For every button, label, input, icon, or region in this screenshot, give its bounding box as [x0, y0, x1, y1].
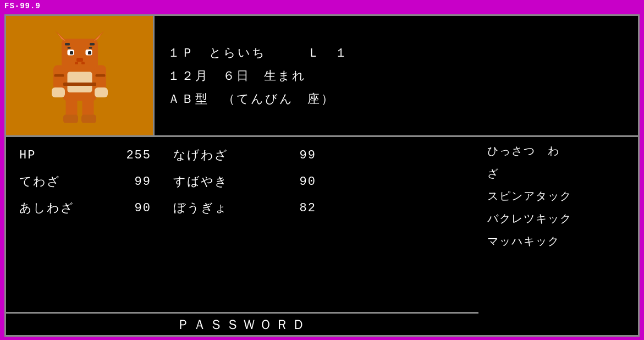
game-container: １Ｐ とらいち Ｌ １ １２月 ６日 生まれ ＡＢ型 （てんびん 座） HP 2… — [4, 14, 640, 337]
svg-rect-8 — [67, 47, 70, 48]
bottom-section: HP 255 なげわざ 99 てわざ 99 すばやき 90 あしわざ — [6, 137, 638, 335]
skills-panel: ひっさつ わ ざ スピンアタック バクレツキック マッハキック — [478, 137, 638, 335]
stats-content: HP 255 なげわざ 99 てわざ 99 すばやき 90 あしわざ — [6, 137, 478, 312]
password-text: ＰＡＳＳＷＯＲＤ — [177, 316, 309, 333]
svg-rect-21 — [95, 87, 108, 97]
svg-rect-27 — [54, 74, 64, 77]
svg-rect-9 — [89, 47, 92, 48]
svg-rect-19 — [95, 65, 106, 90]
title-bar: FS-99.9 — [0, 0, 644, 12]
svg-rect-17 — [67, 72, 92, 92]
svg-marker-4 — [57, 33, 65, 41]
character-sprite — [30, 26, 129, 125]
title-text: FS-99.9 — [4, 2, 41, 10]
svg-rect-15 — [75, 62, 78, 64]
player-info-line1: １Ｐ とらいち Ｌ １ — [168, 45, 625, 61]
subayaki-label: すばやき — [173, 173, 272, 190]
stats-bottom: HP 255 なげわざ 99 てわざ 99 すばやき 90 あしわざ — [6, 137, 478, 335]
tewaza-value: 99 — [107, 175, 151, 189]
nagewaza-label: なげわざ — [173, 147, 272, 163]
svg-rect-20 — [52, 87, 65, 97]
hp-row: HP 255 なげわざ 99 — [19, 147, 465, 163]
hp-label: HP — [19, 149, 107, 162]
bougyo-label: ぼうぎょ — [173, 200, 272, 216]
skill-1: ひっさつ わ — [487, 144, 629, 158]
top-section: １Ｐ とらいち Ｌ １ １２月 ６日 生まれ ＡＢ型 （てんびん 座） — [6, 16, 638, 137]
svg-rect-18 — [53, 65, 65, 90]
svg-rect-23 — [82, 99, 93, 117]
svg-rect-25 — [81, 114, 96, 123]
skill-1b: ざ — [487, 166, 629, 181]
svg-marker-5 — [93, 33, 102, 41]
password-bar: ＰＡＳＳＷＯＲＤ — [6, 312, 478, 335]
svg-rect-24 — [63, 114, 78, 123]
svg-rect-6 — [65, 43, 70, 46]
info-panel: １Ｐ とらいち Ｌ １ １２月 ６日 生まれ ＡＢ型 （てんびん 座） — [155, 16, 638, 135]
tewaza-label: てわざ — [19, 173, 107, 190]
ashiwaza-value: 90 — [107, 201, 151, 215]
svg-rect-13 — [88, 51, 91, 54]
bougyo-value: 82 — [272, 201, 316, 215]
svg-rect-28 — [95, 74, 105, 77]
portrait-box — [6, 16, 155, 135]
ashiwaza-label: あしわざ — [19, 200, 107, 216]
svg-rect-26 — [63, 83, 96, 86]
player-info-line2: １２月 ６日 生まれ — [168, 68, 625, 84]
player-info-line3: ＡＢ型 （てんびん 座） — [168, 91, 625, 107]
svg-rect-16 — [81, 62, 85, 64]
nagewaza-value: 99 — [272, 149, 316, 162]
svg-rect-14 — [76, 58, 83, 62]
svg-rect-7 — [90, 43, 95, 46]
skill-3: バクレツキック — [487, 211, 629, 226]
ashiwaza-row: あしわざ 90 ぼうぎょ 82 — [19, 200, 465, 216]
hp-value: 255 — [107, 149, 151, 162]
tewaza-row: てわざ 99 すばやき 90 — [19, 173, 465, 190]
skill-4: マッハキック — [487, 234, 629, 249]
skill-2: スピンアタック — [487, 189, 629, 204]
svg-rect-12 — [70, 51, 73, 54]
svg-rect-22 — [65, 99, 77, 117]
subayaki-value: 90 — [272, 175, 316, 189]
